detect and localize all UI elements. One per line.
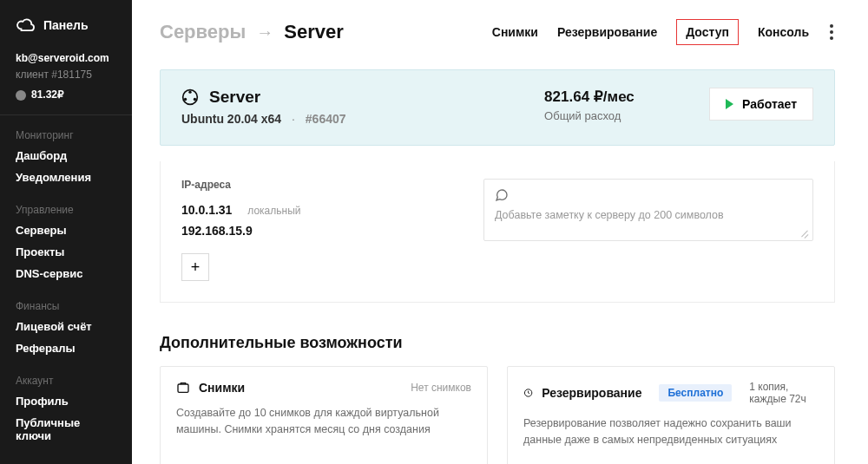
nav-group-account: Аккаунт Профиль Публичные ключи: [0, 361, 132, 448]
nav-group-manage: Управление Серверы Проекты DNS-сервис: [0, 190, 132, 286]
sidebar-item-dns[interactable]: DNS-сервис: [0, 263, 132, 284]
account-client: клиент #181175: [16, 67, 118, 83]
backup-meta: 1 копия, каждые 72ч: [749, 381, 819, 405]
ubuntu-icon: [181, 88, 199, 106]
price-sub: Общий расход: [544, 109, 709, 122]
server-id: #66407: [306, 112, 346, 126]
tab-backup[interactable]: Резервирование: [557, 20, 657, 44]
topbar: Серверы → Server Снимки Резервирование Д…: [160, 19, 835, 45]
server-os: Ubuntu 20.04 x64: [181, 112, 281, 126]
ip-address[interactable]: 10.0.1.31: [181, 203, 232, 217]
ip-column: IP-адреса 10.0.1.31 локальный 192.168.15…: [181, 179, 459, 281]
tabs: Снимки Резервирование Доступ Консоль: [492, 19, 835, 45]
breadcrumb-root[interactable]: Серверы: [160, 21, 246, 43]
nav-group-title: Аккаунт: [0, 369, 132, 390]
server-name: Server: [209, 88, 260, 107]
main-content: Серверы → Server Снимки Резервирование Д…: [132, 0, 868, 464]
add-ip-button[interactable]: +: [181, 253, 209, 281]
sidebar-item-projects[interactable]: Проекты: [0, 241, 132, 263]
chat-icon: [495, 188, 509, 202]
breadcrumb-current: Server: [284, 21, 344, 43]
sidebar-item-keys[interactable]: Публичные ключи: [0, 412, 132, 447]
nav-group-title: Управление: [0, 199, 132, 219]
card-title: Резервирование: [542, 386, 641, 400]
nav-group-help: Помощь Поддержка 1: [0, 448, 132, 464]
coin-icon: [16, 90, 26, 101]
extras-title: Дополнительные возможности: [160, 334, 835, 352]
svg-rect-4: [178, 384, 188, 392]
brand-text: Панель: [43, 18, 89, 32]
sidebar-item-dashboard[interactable]: Дашборд: [0, 145, 132, 167]
svg-point-2: [184, 98, 187, 101]
sidebar-item-notifications[interactable]: Уведомления: [0, 167, 132, 188]
sidebar-item-billing[interactable]: Лицевой счёт: [0, 316, 132, 337]
ip-row: 10.0.1.31 локальный: [181, 203, 459, 217]
card-desc: Создавайте до 10 снимков для каждой вирт…: [176, 405, 471, 439]
arrow-right-icon: →: [256, 23, 273, 42]
ip-tag: локальный: [247, 205, 300, 217]
price-value: 821.64 ₽/мес: [544, 88, 709, 106]
more-menu-icon[interactable]: [828, 21, 835, 43]
nav-group-title: Финансы: [0, 295, 132, 316]
account-email[interactable]: kb@serveroid.com: [16, 50, 118, 67]
hero-pricing: 821.64 ₽/мес Общий расход: [544, 88, 709, 122]
play-icon: [726, 99, 733, 109]
note-column: Добавьте заметку к серверу до 200 символ…: [483, 179, 813, 281]
card-desc: Резервирование позволяет надежно сохрани…: [523, 415, 819, 449]
server-body: IP-адреса 10.0.1.31 локальный 192.168.15…: [160, 161, 835, 303]
ip-row: 192.168.15.9: [181, 224, 459, 238]
free-badge: Бесплатно: [659, 384, 732, 402]
nav-group-monitoring: Мониторинг Дашборд Уведомления: [0, 115, 132, 190]
sidebar-item-profile[interactable]: Профиль: [0, 390, 132, 412]
nav-group-finance: Финансы Лицевой счёт Рефералы: [0, 286, 132, 361]
server-hero: Server Ubuntu 20.04 x64 · #66407 821.64 …: [160, 69, 835, 146]
extras-cards: Снимки Нет снимков Создавайте до 10 сним…: [160, 366, 835, 464]
cloud-logo-icon: [16, 17, 35, 33]
tab-access[interactable]: Доступ: [676, 19, 739, 45]
sidebar-item-referrals[interactable]: Рефералы: [0, 337, 132, 359]
ip-title: IP-адреса: [181, 179, 459, 191]
note-textarea[interactable]: Добавьте заметку к серверу до 200 символ…: [483, 179, 813, 241]
brand[interactable]: Панель: [0, 9, 132, 42]
status-label: Работает: [742, 97, 797, 111]
sidebar: Панель kb@serveroid.com клиент #181175 8…: [0, 0, 132, 464]
card-backup[interactable]: Резервирование Бесплатно 1 копия, каждые…: [507, 366, 835, 464]
hero-left: Server Ubuntu 20.04 x64 · #66407: [181, 88, 544, 126]
sidebar-item-servers[interactable]: Серверы: [0, 219, 132, 241]
snapshot-icon: [176, 381, 190, 395]
note-placeholder: Добавьте заметку к серверу до 200 символ…: [495, 209, 802, 221]
nav-group-title: Мониторинг: [0, 124, 132, 145]
svg-point-1: [188, 91, 191, 94]
balance-value: 81.32₽: [31, 87, 64, 103]
card-title: Снимки: [199, 381, 245, 395]
svg-point-3: [194, 98, 196, 101]
server-subtitle: Ubuntu 20.04 x64 · #66407: [181, 112, 544, 126]
ip-address[interactable]: 192.168.15.9: [181, 224, 253, 238]
tab-snapshots[interactable]: Снимки: [492, 20, 538, 44]
nav-group-title: Помощь: [0, 457, 132, 464]
account-block: kb@serveroid.com клиент #181175 81.32₽: [0, 42, 132, 115]
status-button[interactable]: Работает: [709, 88, 813, 121]
resize-handle-icon[interactable]: [800, 228, 809, 237]
clock-icon: [523, 386, 533, 400]
tab-console[interactable]: Консоль: [758, 20, 809, 44]
breadcrumb: Серверы → Server: [160, 21, 344, 43]
snapshot-status: Нет снимков: [411, 382, 471, 394]
card-snapshots[interactable]: Снимки Нет снимков Создавайте до 10 сним…: [160, 366, 488, 464]
account-balance[interactable]: 81.32₽: [16, 87, 118, 103]
